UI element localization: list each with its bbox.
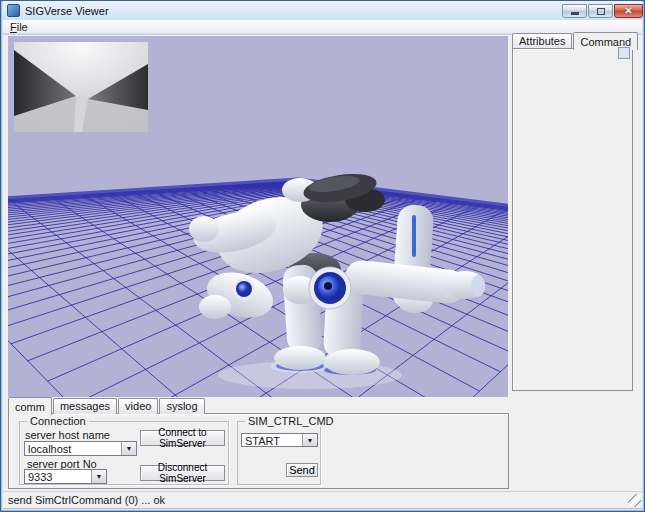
resize-grip-icon[interactable]: [628, 494, 641, 507]
minimize-button[interactable]: [562, 4, 587, 18]
title-bar[interactable]: SIGVerse Viewer: [3, 1, 642, 20]
chevron-down-icon: ▼: [302, 434, 317, 446]
minimize-icon: [571, 12, 579, 15]
camera-preview: [14, 42, 148, 132]
menu-bar: File: [3, 20, 642, 34]
server-port-select[interactable]: 9333 ▼: [24, 469, 107, 484]
panel-handle[interactable]: [618, 47, 630, 59]
tab-video[interactable]: video: [118, 398, 158, 414]
app-icon: [7, 4, 20, 17]
sim-ctrl-legend: SIM_CTRL_CMD: [245, 415, 337, 427]
sim-ctrl-cmd-select[interactable]: START ▼: [241, 433, 318, 447]
disconnect-button[interactable]: Disconnect SimServer: [140, 465, 225, 481]
tab-syslog[interactable]: syslog: [159, 398, 204, 414]
window-title: SIGVerse Viewer: [25, 5, 109, 17]
send-button[interactable]: Send: [286, 463, 318, 477]
tab-attributes[interactable]: Attributes: [512, 33, 572, 49]
server-host-label: server host name: [25, 429, 110, 441]
server-host-select[interactable]: localhost ▼: [24, 441, 137, 456]
chevron-down-icon: ▼: [91, 470, 106, 483]
tab-messages[interactable]: messages: [53, 398, 117, 414]
connection-legend: Connection: [27, 415, 89, 427]
viewport-3d-canvas[interactable]: [8, 36, 508, 397]
connect-button[interactable]: Connect to SimServer: [140, 430, 225, 446]
tab-comm[interactable]: comm: [8, 397, 52, 415]
command-panel: [512, 48, 633, 391]
menu-file[interactable]: File: [3, 20, 35, 34]
client-area: Attributes Command general ▼ 送信対象選択 Broa…: [3, 35, 642, 508]
status-text: send SimCtrlCommand (0) ... ok: [3, 494, 165, 506]
status-bar: send SimCtrlCommand (0) ... ok: [3, 491, 642, 508]
close-button[interactable]: ✕: [614, 4, 643, 18]
maximize-icon: [597, 8, 605, 15]
close-icon: ✕: [624, 7, 632, 15]
maximize-button[interactable]: [588, 4, 613, 18]
chevron-down-icon: ▼: [121, 442, 136, 455]
app-window: SIGVerse Viewer ✕ File: [0, 0, 645, 512]
